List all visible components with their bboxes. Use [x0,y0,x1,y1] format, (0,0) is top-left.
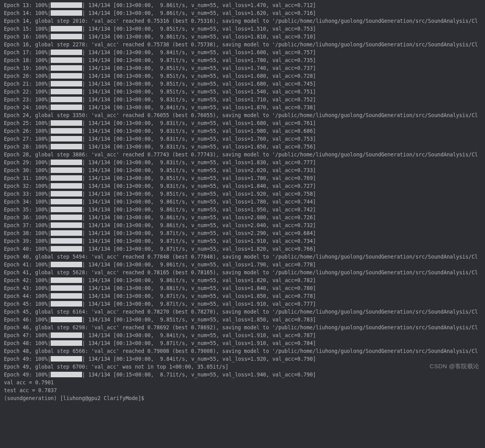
epoch-label: Epoch 32: 100%| [4,183,51,189]
epoch-label: Epoch 47: 100%| [4,332,51,338]
epoch-stats: | 134/134 [00:13<00:00, 9.86it/s, v_num=… [82,207,316,213]
epoch-stats: | 134/134 [00:13<00:00, 9.83it/s, v_num=… [82,144,316,150]
epoch-stats: | 134/134 [00:13<00:00, 9.85it/s, v_num=… [82,65,316,71]
progress-bar [51,175,82,181]
epoch-label: Epoch 13: 100%| [4,2,51,8]
epoch-label: Epoch 40: 100%| [4,246,51,252]
progress-bar [51,317,82,322]
checkpoint-save-line: Epoch 28, global step 3886: 'val_acc' re… [4,151,485,159]
epoch-label: Epoch 27: 100%| [4,136,51,142]
epoch-label: Epoch 14: 100%| [4,10,51,16]
terminal-output[interactable]: Epoch 13: 100%|| 134/134 [00:13<00:00, 9… [0,0,485,406]
progress-bar [51,57,82,63]
checkpoint-save-line: Epoch 48, global step 6566: 'val_acc' re… [4,347,485,355]
progress-bar [51,356,82,362]
epoch-label: Epoch 17: 100%| [4,50,51,55]
epoch-progress-line: Epoch 39: 100%|| 134/134 [00:13<00:00, 9… [4,237,485,245]
epoch-label: Epoch 24: 100%| [4,105,51,110]
epoch-progress-line: Epoch 14: 100%|| 134/134 [00:13<00:00, 9… [4,9,485,17]
epoch-stats: | 134/134 [00:13<00:00, 9.87it/s, v_num=… [82,238,316,244]
epoch-stats: | 134/134 [00:13<00:00, 9.87it/s, v_num=… [82,57,316,63]
epoch-label: Epoch 35: 100%| [4,207,51,213]
progress-bar [51,222,82,228]
epoch-stats: | 134/134 [00:13<00:00, 9.85it/s, v_num=… [82,317,316,323]
epoch-stats: | 134/134 [00:13<00:00, 9.87it/s, v_num=… [82,340,316,346]
progress-bar [51,340,82,346]
epoch-label: Epoch 25: 100%| [4,120,51,126]
progress-bar [51,97,82,102]
epoch-stats: | 134/134 [00:13<00:00, 9.86it/s, v_num=… [82,215,316,220]
test-acc-summary: test acc = 0.7837 [4,387,485,395]
epoch-stats: | 134/134 [00:13<00:00, 9.86it/s, v_num=… [82,222,316,228]
epoch-progress-line: Epoch 26: 100%|| 134/134 [00:13<00:00, 9… [4,127,485,135]
epoch-progress-line: Epoch 48: 100%|| 134/134 [00:13<00:00, 9… [4,340,485,347]
epoch-progress-line: Epoch 33: 100%|| 134/134 [00:13<00:00, 9… [4,190,485,198]
epoch-stats: | 134/134 [00:15<00:00, 8.71it/s, v_num=… [82,372,316,378]
epoch-progress-line: Epoch 21: 100%|| 134/134 [00:13<00:00, 9… [4,80,485,88]
progress-bar [51,105,82,110]
progress-bar [51,372,82,377]
epoch-stats: | 134/134 [00:13<00:00, 9.87it/s, v_num=… [82,230,316,236]
progress-bar [51,10,82,16]
epoch-stats: | 134/134 [00:13<00:00, 9.86it/s, v_num=… [82,262,316,268]
epoch-label: Epoch 33: 100%| [4,191,51,197]
epoch-label: Epoch 45: 100%| [4,301,51,307]
progress-bar [51,73,82,79]
epoch-progress-line: Epoch 28: 100%|| 134/134 [00:13<00:00, 9… [4,143,485,151]
epoch-progress-line: Epoch 17: 100%|| 134/134 [00:13<00:00, 9… [4,49,485,57]
epoch-progress-line: Epoch 43: 100%|| 134/134 [00:13<00:00, 9… [4,285,485,292]
progress-bar [51,65,82,71]
epoch-stats: | 134/134 [00:13<00:00, 9.86it/s, v_num=… [82,10,316,16]
epoch-progress-line: Epoch 45: 100%|| 134/134 [00:13<00:00, 9… [4,300,485,308]
epoch-progress-line: Epoch 44: 100%|| 134/134 [00:13<00:00, 9… [4,292,485,300]
shell-prompt[interactable]: (soundgeneration) [liuhong@gpu2 ClarifyM… [4,395,485,402]
epoch-progress-line: Epoch 41: 100%|| 134/134 [00:13<00:00, 9… [4,261,485,269]
progress-bar [51,183,82,189]
epoch-stats: | 134/134 [00:13<00:00, 9.88it/s, v_num=… [82,285,316,291]
epoch-label: Epoch 43: 100%| [4,285,51,291]
progress-bar [51,2,82,8]
epoch-label: Epoch 18: 100%| [4,57,51,63]
epoch-progress-line: Epoch 25: 100%|| 134/134 [00:13<00:00, 9… [4,119,485,127]
epoch-stats: | 134/134 [00:13<00:00, 9.87it/s, v_num=… [82,301,316,307]
epoch-stats: | 134/134 [00:13<00:00, 9.86it/s, v_num=… [82,2,316,8]
progress-bar [51,167,82,173]
epoch-stats: | 134/134 [00:13<00:00, 9.87it/s, v_num=… [82,293,316,299]
epoch-progress-line: Epoch 47: 100%|| 134/134 [00:13<00:00, 9… [4,332,485,340]
checkpoint-save-line: Epoch 24, global step 3350: 'val_acc' re… [4,112,485,119]
epoch-label: Epoch 15: 100%| [4,26,51,32]
progress-bar [51,277,82,283]
epoch-progress-line: Epoch 16: 100%|| 134/134 [00:13<00:00, 9… [4,33,485,41]
epoch-progress-line: Epoch 32: 100%|| 134/134 [00:13<00:00, 9… [4,182,485,190]
epoch-stats: | 134/134 [00:13<00:00, 9.86it/s, v_num=… [82,34,316,40]
epoch-label: Epoch 44: 100%| [4,293,51,299]
checkpoint-skip-line: Epoch 49, global step 6700: 'val_acc' wa… [4,363,485,371]
epoch-progress-line: Epoch 27: 100%|| 134/134 [00:13<00:00, 9… [4,135,485,143]
progress-bar [51,207,82,212]
epoch-stats: | 134/134 [00:13<00:00, 9.85it/s, v_num=… [82,167,316,173]
progress-bar [51,215,82,220]
epoch-label: Epoch 42: 100%| [4,277,51,283]
epoch-stats: | 134/134 [00:13<00:00, 9.85it/s, v_num=… [82,175,316,181]
epoch-progress-line: Epoch 40: 100%|| 134/134 [00:13<00:00, 9… [4,245,485,253]
epoch-label: Epoch 46: 100%| [4,317,51,323]
epoch-progress-line: Epoch 49: 100%|| 134/134 [00:13<00:00, 9… [4,355,485,363]
epoch-label: Epoch 39: 100%| [4,238,51,244]
epoch-progress-line: Epoch 49: 100%|| 134/134 [00:15<00:00, 8… [4,371,485,379]
val-acc-summary: val acc = 0.7901 [4,379,485,387]
progress-bar [51,144,82,149]
epoch-label: Epoch 28: 100%| [4,144,51,150]
epoch-stats: | 134/134 [00:13<00:00, 9.86it/s, v_num=… [82,199,316,205]
epoch-stats: | 134/134 [00:13<00:00, 9.84it/s, v_num=… [82,356,316,362]
epoch-progress-line: Epoch 35: 100%|| 134/134 [00:13<00:00, 9… [4,206,485,214]
progress-bar [51,246,82,252]
epoch-label: Epoch 49: 100%| [4,372,51,378]
progress-bar [51,285,82,291]
epoch-stats: | 134/134 [00:13<00:00, 9.85it/s, v_num=… [82,73,316,79]
epoch-progress-line: Epoch 23: 100%|| 134/134 [00:13<00:00, 9… [4,96,485,104]
epoch-label: Epoch 26: 100%| [4,128,51,134]
epoch-stats: | 134/134 [00:13<00:00, 9.83it/s, v_num=… [82,183,316,189]
epoch-label: Epoch 30: 100%| [4,167,51,173]
epoch-progress-line: Epoch 18: 100%|| 134/134 [00:13<00:00, 9… [4,57,485,64]
progress-bar [51,293,82,299]
